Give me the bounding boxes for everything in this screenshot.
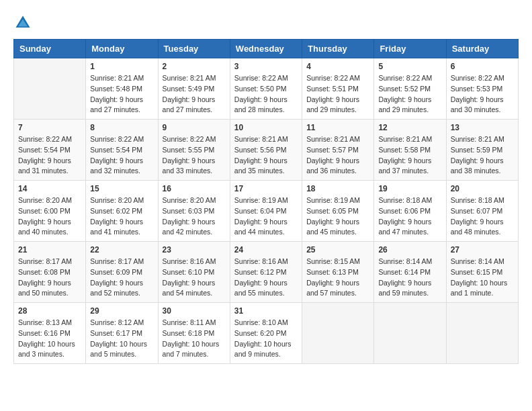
day-number-20: 20 bbox=[451, 184, 514, 193]
weekday-header-monday: Monday bbox=[86, 40, 158, 58]
calendar-cell-w1-d1 bbox=[14, 58, 86, 120]
calendar-cell-w4-d7: 27Sunrise: 8:14 AMSunset: 6:15 PMDayligh… bbox=[446, 242, 518, 303]
day-number-29: 29 bbox=[90, 306, 153, 316]
header bbox=[13, 13, 519, 32]
day-number-22: 22 bbox=[90, 245, 153, 255]
day-info-31: Sunrise: 8:10 AMSunset: 6:20 PMDaylight:… bbox=[234, 318, 298, 360]
weekday-header-sunday: Sunday bbox=[14, 40, 86, 58]
weekday-header-wednesday: Wednesday bbox=[230, 40, 302, 58]
day-number-27: 27 bbox=[451, 245, 514, 255]
calendar-cell-w5-d1: 28Sunrise: 8:13 AMSunset: 6:16 PMDayligh… bbox=[14, 303, 86, 364]
day-info-13: Sunrise: 8:21 AMSunset: 5:59 PMDaylight:… bbox=[451, 134, 514, 177]
calendar-cell-w3-d4: 17Sunrise: 8:19 AMSunset: 6:04 PMDayligh… bbox=[230, 181, 302, 242]
calendar-cell-w1-d5: 4Sunrise: 8:22 AMSunset: 5:51 PMDaylight… bbox=[302, 58, 374, 120]
day-number-10: 10 bbox=[234, 123, 298, 132]
day-info-11: Sunrise: 8:21 AMSunset: 5:57 PMDaylight:… bbox=[306, 134, 369, 177]
day-number-25: 25 bbox=[306, 245, 369, 255]
calendar-cell-w5-d5 bbox=[302, 303, 374, 364]
calendar-table: SundayMondayTuesdayWednesdayThursdayFrid… bbox=[13, 39, 519, 364]
day-number-28: 28 bbox=[18, 306, 81, 316]
day-info-28: Sunrise: 8:13 AMSunset: 6:16 PMDaylight:… bbox=[18, 318, 81, 360]
day-info-29: Sunrise: 8:12 AMSunset: 6:17 PMDaylight:… bbox=[90, 318, 153, 360]
day-info-27: Sunrise: 8:14 AMSunset: 6:15 PMDaylight:… bbox=[451, 257, 514, 299]
calendar-cell-w3-d7: 20Sunrise: 8:18 AMSunset: 6:07 PMDayligh… bbox=[446, 181, 518, 242]
day-number-23: 23 bbox=[163, 245, 226, 255]
day-info-1: Sunrise: 8:21 AMSunset: 5:48 PMDaylight:… bbox=[90, 73, 153, 116]
day-number-11: 11 bbox=[306, 123, 369, 132]
day-info-24: Sunrise: 8:16 AMSunset: 6:12 PMDaylight:… bbox=[234, 257, 298, 299]
day-number-5: 5 bbox=[378, 62, 441, 71]
day-number-1: 1 bbox=[90, 62, 153, 71]
calendar-cell-w4-d6: 26Sunrise: 8:14 AMSunset: 6:14 PMDayligh… bbox=[374, 242, 446, 303]
weekday-header-friday: Friday bbox=[374, 40, 446, 58]
week-row-5: 28Sunrise: 8:13 AMSunset: 6:16 PMDayligh… bbox=[14, 303, 519, 364]
day-number-24: 24 bbox=[234, 245, 298, 255]
weekday-header-thursday: Thursday bbox=[302, 40, 374, 58]
day-number-6: 6 bbox=[451, 62, 514, 71]
calendar-cell-w2-d7: 13Sunrise: 8:21 AMSunset: 5:59 PMDayligh… bbox=[446, 120, 518, 181]
day-info-22: Sunrise: 8:17 AMSunset: 6:09 PMDaylight:… bbox=[90, 257, 153, 299]
logo bbox=[13, 13, 35, 32]
day-number-14: 14 bbox=[18, 184, 81, 193]
day-number-9: 9 bbox=[163, 123, 226, 132]
day-number-8: 8 bbox=[90, 123, 153, 132]
day-info-18: Sunrise: 8:19 AMSunset: 6:05 PMDaylight:… bbox=[306, 195, 369, 238]
calendar-cell-w3-d6: 19Sunrise: 8:18 AMSunset: 6:06 PMDayligh… bbox=[374, 181, 446, 242]
weekday-header-tuesday: Tuesday bbox=[158, 40, 230, 58]
day-number-15: 15 bbox=[90, 184, 153, 193]
calendar-cell-w2-d1: 7Sunrise: 8:22 AMSunset: 5:54 PMDaylight… bbox=[14, 120, 86, 181]
day-number-17: 17 bbox=[234, 184, 298, 193]
day-info-17: Sunrise: 8:19 AMSunset: 6:04 PMDaylight:… bbox=[234, 195, 298, 238]
day-info-14: Sunrise: 8:20 AMSunset: 6:00 PMDaylight:… bbox=[18, 195, 81, 238]
calendar-cell-w1-d3: 2Sunrise: 8:21 AMSunset: 5:49 PMDaylight… bbox=[158, 58, 230, 120]
day-info-30: Sunrise: 8:11 AMSunset: 6:18 PMDaylight:… bbox=[163, 318, 226, 360]
calendar-cell-w4-d5: 25Sunrise: 8:15 AMSunset: 6:13 PMDayligh… bbox=[302, 242, 374, 303]
weekday-header-row: SundayMondayTuesdayWednesdayThursdayFrid… bbox=[14, 40, 519, 58]
calendar-cell-w4-d4: 24Sunrise: 8:16 AMSunset: 6:12 PMDayligh… bbox=[230, 242, 302, 303]
calendar-cell-w1-d7: 6Sunrise: 8:22 AMSunset: 5:53 PMDaylight… bbox=[446, 58, 518, 120]
calendar-cell-w3-d5: 18Sunrise: 8:19 AMSunset: 6:05 PMDayligh… bbox=[302, 181, 374, 242]
calendar-cell-w2-d2: 8Sunrise: 8:22 AMSunset: 5:54 PMDaylight… bbox=[86, 120, 158, 181]
day-info-21: Sunrise: 8:17 AMSunset: 6:08 PMDaylight:… bbox=[18, 257, 81, 299]
day-number-3: 3 bbox=[234, 62, 298, 71]
calendar-cell-w4-d3: 23Sunrise: 8:16 AMSunset: 6:10 PMDayligh… bbox=[158, 242, 230, 303]
day-number-19: 19 bbox=[378, 184, 441, 193]
day-info-4: Sunrise: 8:22 AMSunset: 5:51 PMDaylight:… bbox=[306, 73, 369, 116]
day-info-19: Sunrise: 8:18 AMSunset: 6:06 PMDaylight:… bbox=[378, 195, 441, 238]
calendar-cell-w1-d6: 5Sunrise: 8:22 AMSunset: 5:52 PMDaylight… bbox=[374, 58, 446, 120]
day-info-3: Sunrise: 8:22 AMSunset: 5:50 PMDaylight:… bbox=[234, 73, 298, 116]
day-number-31: 31 bbox=[234, 306, 298, 316]
day-number-12: 12 bbox=[378, 123, 441, 132]
logo-icon bbox=[13, 13, 32, 32]
week-row-2: 7Sunrise: 8:22 AMSunset: 5:54 PMDaylight… bbox=[14, 120, 519, 181]
day-info-23: Sunrise: 8:16 AMSunset: 6:10 PMDaylight:… bbox=[163, 257, 226, 299]
day-number-7: 7 bbox=[18, 123, 81, 132]
calendar-cell-w3-d2: 15Sunrise: 8:20 AMSunset: 6:02 PMDayligh… bbox=[86, 181, 158, 242]
calendar-cell-w4-d2: 22Sunrise: 8:17 AMSunset: 6:09 PMDayligh… bbox=[86, 242, 158, 303]
day-info-16: Sunrise: 8:20 AMSunset: 6:03 PMDaylight:… bbox=[163, 195, 226, 238]
calendar-cell-w5-d6 bbox=[374, 303, 446, 364]
day-info-6: Sunrise: 8:22 AMSunset: 5:53 PMDaylight:… bbox=[451, 73, 514, 116]
week-row-3: 14Sunrise: 8:20 AMSunset: 6:00 PMDayligh… bbox=[14, 181, 519, 242]
calendar-cell-w1-d2: 1Sunrise: 8:21 AMSunset: 5:48 PMDaylight… bbox=[86, 58, 158, 120]
day-info-5: Sunrise: 8:22 AMSunset: 5:52 PMDaylight:… bbox=[378, 73, 441, 116]
day-info-20: Sunrise: 8:18 AMSunset: 6:07 PMDaylight:… bbox=[451, 195, 514, 238]
calendar-cell-w5-d4: 31Sunrise: 8:10 AMSunset: 6:20 PMDayligh… bbox=[230, 303, 302, 364]
day-info-10: Sunrise: 8:21 AMSunset: 5:56 PMDaylight:… bbox=[234, 134, 298, 177]
day-info-8: Sunrise: 8:22 AMSunset: 5:54 PMDaylight:… bbox=[90, 134, 153, 177]
day-info-2: Sunrise: 8:21 AMSunset: 5:49 PMDaylight:… bbox=[163, 73, 226, 116]
day-info-7: Sunrise: 8:22 AMSunset: 5:54 PMDaylight:… bbox=[18, 134, 81, 177]
day-number-21: 21 bbox=[18, 245, 81, 255]
calendar-cell-w2-d5: 11Sunrise: 8:21 AMSunset: 5:57 PMDayligh… bbox=[302, 120, 374, 181]
day-number-18: 18 bbox=[306, 184, 369, 193]
day-number-2: 2 bbox=[163, 62, 226, 71]
calendar-cell-w2-d6: 12Sunrise: 8:21 AMSunset: 5:58 PMDayligh… bbox=[374, 120, 446, 181]
calendar-cell-w2-d3: 9Sunrise: 8:22 AMSunset: 5:55 PMDaylight… bbox=[158, 120, 230, 181]
week-row-1: 1Sunrise: 8:21 AMSunset: 5:48 PMDaylight… bbox=[14, 58, 519, 120]
day-number-26: 26 bbox=[378, 245, 441, 255]
day-info-15: Sunrise: 8:20 AMSunset: 6:02 PMDaylight:… bbox=[90, 195, 153, 238]
calendar-cell-w4-d1: 21Sunrise: 8:17 AMSunset: 6:08 PMDayligh… bbox=[14, 242, 86, 303]
weekday-header-saturday: Saturday bbox=[446, 40, 518, 58]
calendar-cell-w2-d4: 10Sunrise: 8:21 AMSunset: 5:56 PMDayligh… bbox=[230, 120, 302, 181]
calendar-cell-w3-d3: 16Sunrise: 8:20 AMSunset: 6:03 PMDayligh… bbox=[158, 181, 230, 242]
